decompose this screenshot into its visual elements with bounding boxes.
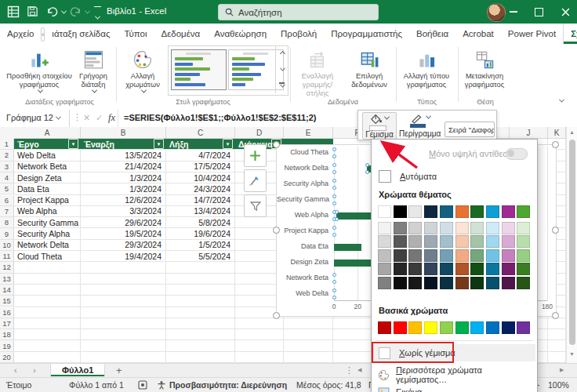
- save-button[interactable]: [27, 5, 38, 17]
- search-box[interactable]: Αναζήτηση: [218, 4, 379, 20]
- row-header-13[interactable]: 13: [0, 274, 14, 285]
- gallery-down-icon[interactable]: [280, 65, 285, 71]
- color-variant-swatch[interactable]: [455, 249, 469, 262]
- chart-selection-handle[interactable]: [273, 312, 280, 319]
- color-variant-swatch[interactable]: [378, 277, 391, 289]
- table-cell[interactable]: 21/4/2024: [81, 162, 161, 172]
- hscroll-right-icon[interactable]: ▶: [560, 367, 564, 373]
- tab-5[interactable]: Προγραμματιστής: [324, 24, 409, 44]
- row-header-2[interactable]: 2: [0, 150, 14, 161]
- qat-customize-icon[interactable]: [94, 6, 102, 23]
- hscroll-left-icon[interactable]: ◀: [357, 367, 361, 373]
- color-variant-swatch[interactable]: [502, 235, 515, 248]
- table-cell[interactable]: 4/7/2024: [166, 150, 230, 160]
- tab-6[interactable]: Βοήθεια: [409, 24, 455, 44]
- add-chart-element-button[interactable]: Προσθήκη στοιχείου γραφήματος: [6, 47, 72, 93]
- table-cell[interactable]: Network Delta: [17, 240, 80, 250]
- table-header-cell[interactable]: Έργο▼: [14, 139, 81, 149]
- theme-color-swatch[interactable]: [502, 205, 515, 218]
- color-variant-swatch[interactable]: [394, 222, 407, 234]
- color-variant-swatch[interactable]: [517, 277, 530, 289]
- color-variant-swatch[interactable]: [440, 235, 453, 248]
- sheet-tab-active[interactable]: Φύλλο1: [50, 364, 105, 376]
- row-header-3[interactable]: 3: [0, 162, 14, 172]
- sheet-next-icon[interactable]: ›: [33, 365, 36, 375]
- color-variant-swatch[interactable]: [440, 277, 453, 289]
- color-variant-swatch[interactable]: [440, 249, 453, 262]
- row-header-6[interactable]: 6: [0, 195, 14, 206]
- table-cell[interactable]: Security Gamma: [17, 217, 80, 227]
- sheet-prev-icon[interactable]: ‹: [14, 365, 17, 375]
- color-variant-swatch[interactable]: [424, 277, 437, 289]
- table-cell[interactable]: 5/8/2024: [166, 217, 230, 227]
- color-variant-swatch[interactable]: [424, 222, 437, 234]
- color-variant-swatch[interactable]: [378, 235, 391, 248]
- accessibility-icon[interactable]: [157, 380, 166, 391]
- select-data-button[interactable]: Επιλογή δεδομένων: [345, 47, 394, 89]
- tab-chart-design[interactable]: Σχεδίαση γραφήματ: [563, 24, 577, 44]
- status-accessibility[interactable]: Προσβασιμότητα: Διερεύνηση: [169, 380, 287, 390]
- chart-style-1[interactable]: [171, 49, 227, 90]
- standard-color-swatch[interactable]: [378, 321, 391, 334]
- theme-color-swatch[interactable]: [424, 205, 437, 218]
- fill-color-button[interactable]: Γέμισμα: [362, 112, 397, 140]
- filter-button[interactable]: ▼: [223, 139, 233, 149]
- undo-dropdown-icon[interactable]: [61, 9, 67, 14]
- color-variant-swatch[interactable]: [394, 263, 407, 275]
- table-cell[interactable]: 29/3/2024: [81, 240, 161, 250]
- undo-button[interactable]: [45, 5, 59, 18]
- table-cell[interactable]: Cloud Theta: [17, 251, 80, 261]
- row-header-8[interactable]: 8: [0, 217, 14, 228]
- color-variant-swatch[interactable]: [470, 235, 484, 248]
- row-header-11[interactable]: 11: [0, 251, 14, 262]
- color-variant-swatch[interactable]: [378, 249, 391, 262]
- name-box-dropdown-icon[interactable]: [56, 114, 61, 120]
- chart-styles-button[interactable]: [244, 169, 267, 192]
- tab-3[interactable]: Αναθεώρηση: [207, 24, 274, 44]
- color-variant-swatch[interactable]: [470, 277, 484, 289]
- table-cell[interactable]: Web Alpha: [17, 206, 80, 216]
- table-cell[interactable]: 1/3/2024: [81, 172, 161, 183]
- row-header-20[interactable]: 20: [0, 352, 14, 363]
- table-cell[interactable]: Data Eta: [17, 183, 80, 194]
- theme-color-swatch[interactable]: [378, 205, 391, 218]
- color-variant-swatch[interactable]: [408, 222, 422, 234]
- selected-element-dropdown[interactable]: Σειρά "Διαφορε: [445, 122, 495, 137]
- table-cell[interactable]: Network Beta: [17, 162, 80, 172]
- standard-color-swatch[interactable]: [517, 321, 530, 334]
- gallery-more-icon[interactable]: [279, 82, 285, 87]
- table-cell[interactable]: Project Kappa: [17, 195, 80, 205]
- table-cell[interactable]: 10/4/2024: [166, 172, 230, 183]
- column-header-J[interactable]: J: [510, 127, 548, 139]
- tab-7[interactable]: Acrobat: [455, 24, 501, 44]
- change-chart-type-button[interactable]: Αλλαγή τύπου γραφήματος: [399, 47, 454, 89]
- table-cell[interactable]: 13/5/2024: [81, 150, 161, 160]
- table-cell[interactable]: Security Alpha: [17, 228, 80, 238]
- gantt-bar[interactable]: [334, 244, 361, 251]
- table-cell[interactable]: 12/6/2024: [81, 195, 161, 205]
- table-cell[interactable]: 1/3/2024: [81, 183, 161, 194]
- filter-button[interactable]: ▼: [68, 139, 78, 149]
- row-header-16[interactable]: 16: [0, 307, 14, 318]
- color-variant-swatch[interactable]: [408, 277, 422, 289]
- insert-function-icon[interactable]: fx: [108, 112, 115, 124]
- table-header-cell[interactable]: Έναρξη▼: [81, 139, 166, 149]
- theme-color-swatch[interactable]: [486, 205, 499, 218]
- color-variant-swatch[interactable]: [424, 249, 437, 262]
- minimize-button[interactable]: [502, 0, 525, 24]
- theme-color-swatch[interactable]: [408, 205, 422, 218]
- tab-8[interactable]: Power Pivot: [501, 24, 563, 44]
- standard-color-swatch[interactable]: [486, 321, 499, 334]
- excel-app-icon[interactable]: [7, 5, 20, 18]
- redo-button[interactable]: [69, 5, 82, 18]
- color-variant-swatch[interactable]: [408, 235, 422, 248]
- color-variant-swatch[interactable]: [408, 263, 422, 275]
- scroll-down-icon[interactable]: ▼: [569, 351, 575, 357]
- color-variant-swatch[interactable]: [455, 235, 469, 248]
- row-header-7[interactable]: 7: [0, 206, 14, 217]
- color-variant-swatch[interactable]: [424, 235, 437, 248]
- formula-input[interactable]: =SERIES(Φύλλο1!$E$1;;Φύλλο1!$E$2:$E$11;2…: [124, 113, 317, 122]
- row-header-15[interactable]: 15: [0, 296, 14, 307]
- column-header-B[interactable]: B: [81, 127, 166, 139]
- table-cell[interactable]: Web Delta: [17, 150, 80, 160]
